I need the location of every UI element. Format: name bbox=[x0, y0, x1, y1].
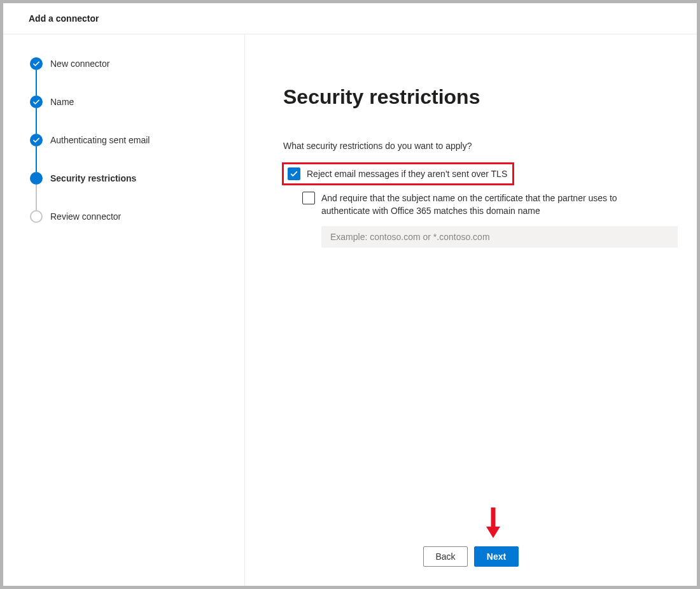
step-authenticating-sent-email[interactable]: Authenticating sent email bbox=[30, 134, 229, 146]
checkmark-icon bbox=[30, 134, 43, 146]
wizard-steps-sidebar: New connector Name Authenticating sent e… bbox=[3, 34, 245, 586]
step-name[interactable]: Name bbox=[30, 96, 229, 108]
option-reject-non-tls[interactable]: Reject email messages if they aren't sen… bbox=[288, 167, 507, 180]
domain-name-input[interactable] bbox=[321, 226, 678, 248]
step-security-restrictions[interactable]: Security restrictions bbox=[30, 172, 229, 185]
step-label: New connector bbox=[50, 59, 109, 69]
option-label: Reject email messages if they aren't sen… bbox=[307, 167, 507, 180]
step-label: Authenticating sent email bbox=[50, 135, 150, 145]
pending-step-icon bbox=[30, 210, 43, 223]
checkmark-icon bbox=[30, 96, 43, 108]
checkbox-checked-icon[interactable] bbox=[288, 167, 300, 180]
wizard-dialog: Add a connector New connector Name bbox=[0, 0, 700, 589]
step-label: Security restrictions bbox=[50, 173, 136, 183]
step-label: Name bbox=[50, 97, 74, 107]
step-list: New connector Name Authenticating sent e… bbox=[30, 57, 229, 223]
step-review-connector[interactable]: Review connector bbox=[30, 210, 229, 223]
step-connector-line bbox=[36, 146, 37, 172]
current-step-icon bbox=[30, 172, 43, 185]
option-label: And require that the subject name on the… bbox=[321, 192, 652, 217]
wizard-main: Security restrictions What security rest… bbox=[245, 34, 697, 586]
checkmark-icon bbox=[30, 57, 43, 70]
step-new-connector[interactable]: New connector bbox=[30, 57, 229, 70]
wizard-footer: Back Next bbox=[245, 534, 697, 586]
prompt-text: What security restrictions do you want t… bbox=[283, 141, 678, 151]
step-connector-line bbox=[36, 108, 37, 134]
dialog-header: Add a connector bbox=[3, 3, 697, 34]
next-button[interactable]: Next bbox=[474, 546, 519, 567]
wizard-content: Security restrictions What security rest… bbox=[245, 34, 697, 534]
dialog-title: Add a connector bbox=[29, 13, 697, 24]
step-connector-line bbox=[36, 185, 37, 210]
checkbox-unchecked-icon[interactable] bbox=[302, 192, 315, 204]
option-require-cert-subject[interactable]: And require that the subject name on the… bbox=[302, 192, 678, 217]
back-button[interactable]: Back bbox=[423, 546, 468, 567]
highlight-annotation: Reject email messages if they aren't sen… bbox=[282, 162, 514, 185]
page-heading: Security restrictions bbox=[283, 85, 678, 109]
step-label: Review connector bbox=[50, 211, 121, 222]
step-connector-line bbox=[36, 70, 37, 96]
dialog-body: New connector Name Authenticating sent e… bbox=[3, 34, 697, 586]
